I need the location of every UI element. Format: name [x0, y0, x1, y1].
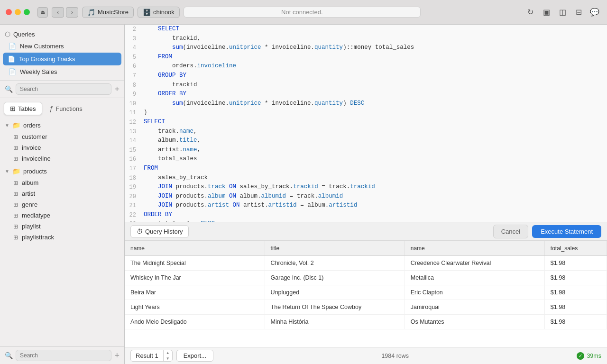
- results-table: name title name total_sales The Midnight…: [125, 241, 607, 329]
- export-button[interactable]: Export...: [176, 350, 213, 362]
- cell-total: $1.98: [544, 300, 607, 315]
- code-line: 3 trackid,: [125, 34, 607, 44]
- folder-icon: 📁: [12, 167, 20, 175]
- line-number: 10: [125, 99, 142, 109]
- sql-file-icon: 📄: [9, 43, 16, 50]
- table-item-playlist[interactable]: ⊞playlist: [0, 221, 124, 232]
- table-item-invoice[interactable]: ⊞invoice: [0, 142, 124, 153]
- line-number: 8: [125, 81, 142, 90]
- app-name-label: 🎵 MusicStore: [82, 7, 134, 18]
- results-section: name title name total_sales The Midnight…: [125, 241, 607, 364]
- results-body: The Midnight Special Chronicle, Vol. 2 C…: [125, 256, 607, 329]
- add-table-button[interactable]: +: [114, 351, 120, 361]
- table-row[interactable]: Light Years The Return Of The Space Cowb…: [125, 300, 607, 315]
- cancel-button[interactable]: Cancel: [493, 225, 528, 238]
- result-stepper[interactable]: Result 1 ▲ ▼: [130, 350, 173, 361]
- db-name-label[interactable]: 🗄️ chinook: [138, 7, 180, 18]
- queries-section: ⬡ Queries 📄New Customers📄Top Grossing Tr…: [0, 25, 124, 80]
- col-header-name: name: [125, 241, 265, 256]
- layout2-icon[interactable]: ◫: [556, 6, 569, 19]
- table-row[interactable]: Beira Mar Unplugged Eric Clapton $1.98: [125, 285, 607, 300]
- tab-tables[interactable]: ⊞ Tables: [4, 102, 42, 115]
- table-item-customer[interactable]: ⊞customer: [0, 131, 124, 142]
- eject-button[interactable]: ⏏: [37, 7, 48, 18]
- result-stepper-arrows[interactable]: ▲ ▼: [163, 350, 172, 361]
- schema-tabs: ⊞ Tables ƒ Functions: [0, 98, 124, 117]
- col-header-total: total_sales: [544, 241, 607, 256]
- back-button[interactable]: ‹: [52, 7, 64, 18]
- schema-group-orders-header[interactable]: ▼ 📁 orders: [0, 119, 124, 131]
- table-icon: ⊞: [13, 134, 18, 140]
- line-content: JOIN products.album ON album.albumid = t…: [142, 192, 607, 201]
- chat-icon[interactable]: 💬: [588, 6, 601, 19]
- maximize-button[interactable]: [24, 9, 30, 15]
- queries-tab[interactable]: ⬡ Queries: [0, 28, 124, 40]
- split-icon[interactable]: ⊟: [572, 6, 585, 19]
- table-item-album[interactable]: ⊞album: [0, 177, 124, 188]
- table-item-artist[interactable]: ⊞artist: [0, 188, 124, 199]
- table-icon: ⊞: [13, 223, 18, 230]
- code-line: 15 artist.name,: [125, 146, 607, 155]
- line-number: 5: [125, 53, 142, 62]
- tables-icon: ⊞: [10, 105, 16, 112]
- code-line: 17FROM: [125, 164, 607, 173]
- code-editor[interactable]: 2 SELECT3 trackid,4 sum(invoiceline.unit…: [125, 25, 607, 222]
- line-content: artist.name,: [142, 146, 607, 155]
- search-input[interactable]: [16, 83, 111, 95]
- execute-statement-button[interactable]: Execute Statement: [532, 225, 601, 238]
- results-footer: Result 1 ▲ ▼ Export... 1984 rows ✓ 39ms: [125, 347, 607, 364]
- code-line: 5 FROM: [125, 53, 607, 62]
- layout1-icon[interactable]: ▣: [540, 6, 553, 19]
- forward-button[interactable]: ›: [66, 7, 78, 18]
- sidebar-item-new-customers[interactable]: 📄New Customers: [0, 40, 124, 53]
- query-history-bar: ⏱ Query History Cancel Execute Statement: [125, 222, 607, 241]
- line-number: 22: [125, 210, 142, 220]
- cell-name: Light Years: [125, 300, 265, 315]
- sidebar-item-top-grossing-tracks[interactable]: 📄Top Grossing Tracks: [3, 53, 121, 65]
- table-row[interactable]: Ando Meio Desligado Minha História Os Mu…: [125, 315, 607, 329]
- code-line: 13 track.name,: [125, 127, 607, 136]
- table-row[interactable]: Whiskey In The Jar Garage Inc. (Disc 1) …: [125, 271, 607, 285]
- code-line: 11): [125, 108, 607, 118]
- cell-total: $1.98: [544, 256, 607, 271]
- table-item-playlisttrack[interactable]: ⊞playlisttrack: [0, 232, 124, 243]
- table-icon: ⊞: [13, 212, 18, 219]
- line-number: 19: [125, 182, 142, 192]
- functions-icon: ƒ: [50, 105, 54, 112]
- table-icon: ⊞: [13, 234, 18, 241]
- line-content: JOIN products.track ON sales_by_track.tr…: [142, 182, 607, 192]
- line-number: 17: [125, 164, 142, 173]
- sql-file-icon: 📄: [8, 55, 15, 63]
- line-number: 16: [125, 155, 142, 164]
- minimize-button[interactable]: [15, 9, 21, 15]
- schema-search-input[interactable]: [16, 350, 111, 361]
- tab-functions[interactable]: ƒ Functions: [44, 102, 88, 115]
- titlebar: ⏏ ‹ › 🎵 MusicStore 🗄️ chinook Not connec…: [0, 0, 607, 25]
- line-content: FROM: [142, 53, 607, 62]
- orders-tables: ⊞customer⊞invoice⊞invoiceline: [0, 131, 124, 164]
- refresh-icon[interactable]: ↻: [524, 6, 537, 19]
- folder-icon: 📁: [12, 121, 20, 129]
- stepper-up-icon[interactable]: ▲: [164, 350, 172, 355]
- query-history-button[interactable]: ⏱ Query History: [130, 225, 189, 238]
- query-list: 📄New Customers📄Top Grossing Tracks📄Weekl…: [0, 40, 124, 78]
- table-row[interactable]: The Midnight Special Chronicle, Vol. 2 C…: [125, 256, 607, 271]
- line-number: 9: [125, 90, 142, 99]
- schema-group-products-header[interactable]: ▼ 📁 products: [0, 165, 124, 177]
- cell-name: Ando Meio Desligado: [125, 315, 265, 329]
- table-item-genre[interactable]: ⊞genre: [0, 199, 124, 210]
- line-content: trackid,: [142, 34, 607, 44]
- code-line: 9 ORDER BY: [125, 90, 607, 99]
- table-item-mediatype[interactable]: ⊞mediatype: [0, 210, 124, 221]
- table-item-invoiceline[interactable]: ⊞invoiceline: [0, 153, 124, 164]
- code-line: 16 total_sales: [125, 155, 607, 164]
- products-tables: ⊞album⊞artist⊞genre⊞mediatype⊞playlist⊞p…: [0, 177, 124, 243]
- code-line: 21 JOIN products.artist ON artist.artist…: [125, 201, 607, 210]
- stepper-down-icon[interactable]: ▼: [164, 356, 172, 361]
- add-query-button[interactable]: +: [114, 84, 120, 94]
- close-button[interactable]: [6, 9, 12, 15]
- traffic-lights: [6, 9, 30, 15]
- cell-artist: Os Mutantes: [405, 315, 544, 329]
- code-line: 4 sum(invoiceline.unitprice * invoicelin…: [125, 43, 607, 53]
- sidebar-item-weekly-sales[interactable]: 📄Weekly Sales: [0, 65, 124, 78]
